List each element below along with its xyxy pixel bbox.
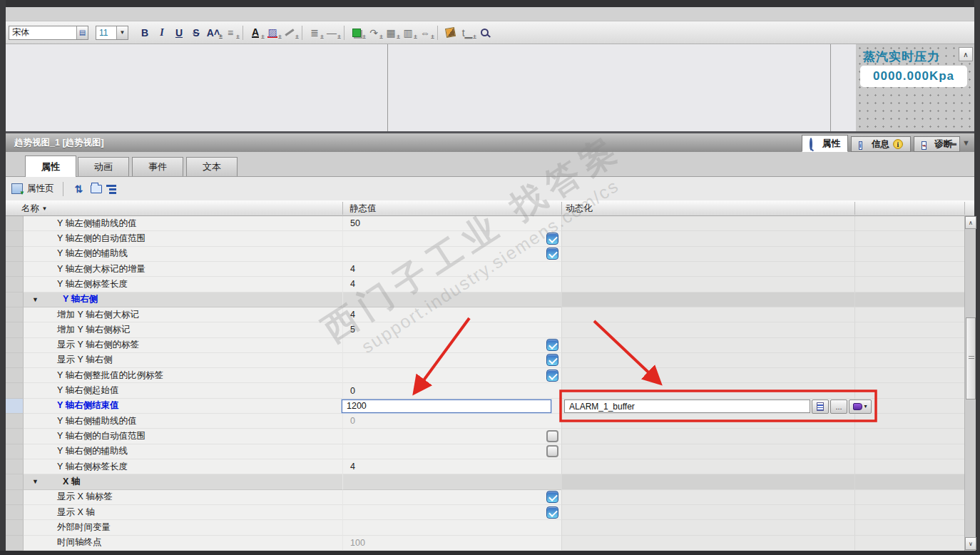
tag-selection-button[interactable]: ▾ [849,399,872,414]
rotate-icon[interactable]: ↷ [366,24,382,41]
table-row[interactable]: Y 轴右侧辅助线的值0 [6,414,964,429]
dynamization-cell[interactable] [561,307,854,322]
static-value-cell[interactable] [342,520,561,535]
table-row[interactable]: Y 轴左侧辅助线的值50 [6,216,964,231]
static-value-cell[interactable]: 100 [342,536,561,551]
font-size-combo[interactable]: 11 ▼ [96,26,128,40]
static-value-cell[interactable] [342,338,561,353]
property-name-cell[interactable]: ▼X 轴 [24,474,342,489]
collapse-triangle-icon[interactable]: ▼ [32,296,39,303]
folder-icon[interactable] [91,185,102,193]
tab-animations[interactable]: 动画 [78,157,129,176]
underline-icon[interactable]: U [171,24,187,41]
table-row[interactable]: 外部时间变量 [6,520,964,535]
line-weight-icon[interactable]: — [324,24,340,41]
dynamization-cell[interactable] [561,429,854,444]
tab-attributes[interactable]: 属性 [25,156,76,177]
table-row[interactable]: 显示 X 轴 [6,505,964,520]
steam-pressure-label[interactable]: 蒸汽实时压力 [863,49,940,65]
table-row[interactable]: Y 轴左侧大标记的增量4 [6,262,964,277]
property-name-cell[interactable]: Y 轴左侧的辅助线 [24,247,342,262]
property-name-cell[interactable]: Y 轴左侧大标记的增量 [24,262,342,277]
static-value-cell[interactable]: 4 [342,277,561,292]
static-value-cell[interactable] [342,368,561,383]
highlight-color-icon[interactable]: ▨ [265,24,280,41]
static-value-cell[interactable]: 4 [342,307,561,322]
static-value-cell[interactable] [342,490,561,505]
static-value-cell[interactable]: 5 [342,322,561,337]
property-name-cell[interactable]: Y 轴右侧整批值的比例标签 [24,368,342,383]
table-row[interactable]: Y 轴右侧的辅助线 [6,444,964,459]
tab-texts[interactable]: 文本 [186,157,238,176]
dynamization-cell[interactable] [561,322,854,337]
sort-icon[interactable]: ⇅ [72,183,86,195]
distribute-icon[interactable]: ▥ [400,24,416,41]
property-name-cell[interactable]: Y 轴左侧的自动值范围 [24,231,342,246]
checkbox-checked[interactable] [546,233,558,245]
tag-name-input[interactable]: ALARM_1_buffer [564,399,810,413]
strikethrough-icon[interactable]: S [188,24,204,41]
static-value-cell[interactable] [342,247,561,262]
steam-pressure-value-field[interactable]: 0000.000Kpa [860,66,967,87]
font-list-button[interactable]: ▤ [76,26,88,39]
property-name-cell[interactable]: 外部时间变量 [24,520,342,535]
table-row[interactable]: ▼X 轴 [6,474,964,489]
dynamization-cell[interactable] [561,353,854,368]
dynamization-cell[interactable] [561,459,854,474]
tab-events[interactable]: 事件 [132,157,183,176]
static-value-cell[interactable]: 4 [342,262,561,277]
table-row[interactable]: 显示 X 轴标签 [6,490,964,505]
table-row[interactable]: Y 轴右侧结束值1200ALARM_1_buffer...▾ [6,399,964,414]
scroll-up-button[interactable]: ∧ [965,216,976,229]
fill-color-icon[interactable] [349,24,364,41]
table-row[interactable]: 显示 Y 轴右侧的标签 [6,338,964,353]
header-static-value[interactable]: 静态值 [349,200,377,216]
scroll-down-button[interactable]: ∨ [965,537,976,550]
align-objects-icon[interactable]: ▦ [383,24,399,41]
font-name-combo[interactable]: 宋体 ▤ [9,26,88,40]
dynamization-cell[interactable] [561,368,854,383]
table-row[interactable]: 时间轴终点100 [6,536,964,551]
table-row[interactable]: ▼Y 轴右侧 [6,292,964,307]
dynamization-cell[interactable] [561,277,854,292]
italic-icon[interactable]: I [154,24,170,41]
property-name-cell[interactable]: Y 轴左侧辅助线的值 [24,216,342,231]
property-name-cell[interactable]: 显示 X 轴标签 [24,490,342,505]
dynamization-cell[interactable] [561,292,854,307]
collapse-panel-icon[interactable]: ▬ [949,138,956,148]
bold-icon[interactable]: B [137,24,153,41]
pen-color-icon[interactable] [282,24,297,41]
table-row[interactable]: Y 轴左侧的自动值范围 [6,231,964,246]
table-row[interactable]: Y 轴左侧的辅助线 [6,247,964,262]
tag-list-button[interactable] [812,399,829,414]
dynamization-cell[interactable] [561,505,854,520]
checkbox-checked[interactable] [546,354,558,366]
table-row[interactable]: 增加 Y 轴右侧大标记4 [6,307,964,322]
scrollbar-thumb[interactable] [966,317,976,399]
static-value-cell[interactable]: 50 [342,216,561,231]
static-value-cell[interactable] [342,353,561,368]
zoom-select-icon[interactable] [476,24,492,41]
dynamization-cell[interactable] [561,262,854,277]
property-name-cell[interactable]: Y 轴右侧的辅助线 [24,444,342,459]
dynamization-cell[interactable]: ALARM_1_buffer...▾ [561,399,854,414]
dynamization-cell[interactable] [561,414,854,429]
font-size-inc-icon[interactable]: A˄ [205,24,221,41]
dynamization-cell[interactable] [561,536,854,551]
screen-editor-canvas[interactable]: 蒸汽实时压力 0000.000Kpa ∧ [6,44,974,131]
checkbox-unchecked[interactable] [546,445,558,457]
restore-panel-icon[interactable]: ❐ [936,138,943,148]
table-row[interactable]: Y 轴右侧整批值的比例标签 [6,368,964,383]
static-value-cell[interactable]: 0 [342,414,561,429]
property-name-cell[interactable]: 显示 Y 轴右侧 [24,353,342,368]
static-value-cell[interactable]: 4 [342,459,561,474]
collapse-triangle-icon[interactable]: ▼ [32,478,39,485]
dynamization-cell[interactable] [561,444,854,459]
hmi-screen-canvas[interactable]: 蒸汽实时压力 0000.000Kpa [856,44,974,131]
checkbox-checked[interactable] [546,248,558,260]
line-style-icon[interactable]: ≣ [307,24,322,41]
property-name-cell[interactable]: 显示 Y 轴右侧的标签 [24,338,342,353]
table-row[interactable]: Y 轴右侧的自动值范围 [6,429,964,444]
dynamization-cell[interactable] [561,231,854,246]
dynamization-cell[interactable] [561,383,854,398]
